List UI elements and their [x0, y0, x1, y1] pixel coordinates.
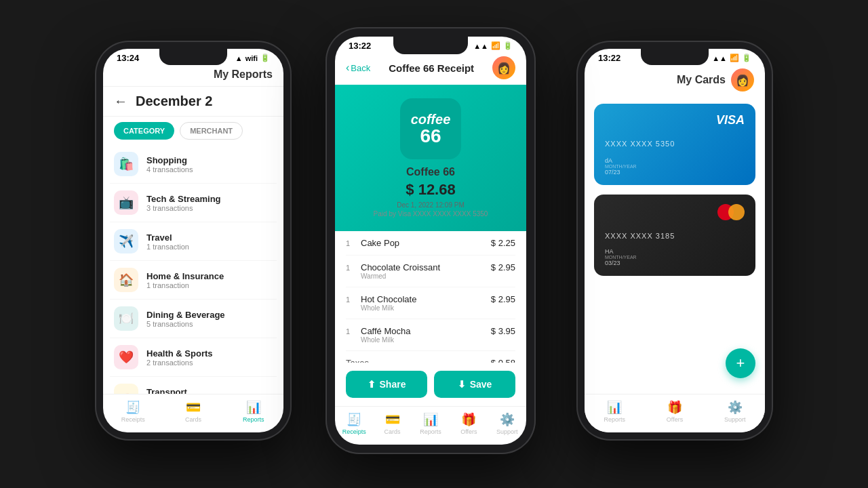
nav-reports[interactable]: 📊 Reports	[223, 400, 283, 423]
visa-card[interactable]: VISA XXXX XXXX 5350 dA MONTH/YEAR 07/23	[594, 104, 755, 185]
nav-receipts-center[interactable]: 🧾 Receipts	[335, 412, 373, 435]
share-icon: ⬆	[368, 379, 376, 390]
battery-icon: 🔋	[260, 54, 270, 62]
fab-add-button[interactable]: +	[726, 348, 755, 378]
center-bottom-nav: 🧾 Receipts 💳 Cards 📊 Reports 🎁 Offers	[335, 406, 526, 445]
mastercard-card[interactable]: XXXX XXXX 3185 HA MONTH/YEAR 03/23	[594, 195, 755, 276]
merchant-date: Dec 1, 2022 12:09 PM	[397, 201, 465, 209]
mc-details: HA MONTH/YEAR 03/23	[605, 248, 745, 266]
right-header-title: My Cards	[616, 74, 726, 86]
back-button[interactable]: ‹ Back	[346, 62, 370, 74]
left-tabs: CATEGORY MERCHANT	[103, 117, 283, 145]
left-status-icons: ▲ wifi 🔋	[235, 54, 270, 62]
mc-number: XXXX XXXX 3185	[605, 232, 745, 240]
item-name-2: Chocolate Croissant	[361, 262, 491, 272]
left-back-arrow[interactable]: ←	[114, 94, 127, 109]
right-avatar: 👩	[731, 68, 754, 92]
receipts-icon: 🧾	[125, 400, 140, 415]
left-header: My Reports	[103, 66, 283, 87]
nav-receipts[interactable]: 🧾 Receipts	[103, 400, 163, 423]
center-header: ‹ Back Coffee 66 Receipt 👩	[335, 54, 526, 85]
list-item[interactable]: 🍽️ Dining & Beverage 5 transactions	[110, 300, 277, 338]
reports-nav-icon: 📊	[423, 412, 438, 427]
offers-nav-icon: 🎁	[461, 412, 476, 427]
list-item[interactable]: 🏠 Home & Insurance 1 transaction	[110, 261, 277, 300]
receipt-qty-4: 1	[346, 327, 355, 336]
health-name: Health & Sports	[146, 348, 273, 359]
health-icon: ❤️	[114, 345, 138, 369]
nav-offers-center[interactable]: 🎁 Offers	[450, 412, 488, 435]
visa-number: XXXX XXXX 5350	[605, 140, 745, 148]
list-item[interactable]: 🛍️ Shopping 4 transactions	[110, 145, 277, 184]
mastercard-brand	[717, 204, 745, 220]
tech-info: Tech & Streaming 3 transactions	[146, 194, 273, 212]
receipt-qty-2: 1	[346, 264, 355, 272]
center-status-icons: ▲▲ 📶 🔋	[473, 41, 513, 50]
wifi-icon: 📶	[491, 41, 500, 50]
shopping-count: 4 transactions	[146, 165, 273, 174]
mc-holder: HA MONTH/YEAR 03/23	[605, 248, 637, 266]
travel-info: Travel 1 transaction	[146, 232, 273, 251]
save-button[interactable]: ⬇ Save	[434, 371, 515, 398]
share-button[interactable]: ⬆ Share	[346, 371, 427, 398]
dining-name: Dining & Beverage	[146, 310, 273, 320]
transport-icon: 🚗	[114, 384, 138, 394]
visa-brand: VISA	[716, 113, 745, 127]
taxes-amount: $ 0.58	[491, 358, 515, 363]
left-month-title: December 2	[136, 94, 212, 109]
item-note-3: Whole Milk	[361, 304, 491, 312]
nav-support-right[interactable]: ⚙️ Support	[705, 400, 765, 423]
tab-category[interactable]: CATEGORY	[114, 122, 174, 140]
item-price-4: $ 3.95	[491, 326, 515, 336]
item-note-2: Warmed	[361, 272, 491, 280]
list-item[interactable]: ✈️ Travel 1 transaction	[110, 222, 277, 261]
merchant-logo: coffee 66	[400, 98, 461, 159]
home-icon: 🏠	[114, 268, 138, 292]
center-screen: 13:22 ▲▲ 📶 🔋 ‹ Back Coffee 66 Receipt 👩	[335, 37, 526, 445]
list-item[interactable]: 📺 Tech & Streaming 3 transactions	[110, 184, 277, 222]
battery-icon: 🔋	[503, 41, 513, 50]
item-note-4: Whole Milk	[361, 336, 491, 344]
share-label: Share	[380, 379, 406, 390]
nav-offers-right[interactable]: 🎁 Offers	[645, 400, 705, 423]
merchant-logo-num: 66	[420, 127, 441, 146]
cards-icon: 💳	[186, 400, 201, 415]
nav-reports-center[interactable]: 📊 Reports	[412, 412, 450, 435]
shopping-icon: 🛍️	[114, 152, 138, 176]
receipts-nav-icon: 🧾	[347, 412, 361, 427]
battery-icon: 🔋	[742, 54, 751, 62]
right-notch	[641, 49, 709, 65]
support-nav-label: Support	[496, 428, 518, 435]
support-nav-icon: ⚙️	[500, 412, 515, 427]
cards-nav-label: Cards	[384, 428, 401, 435]
save-icon: ⬇	[458, 379, 466, 390]
nav-cards-center[interactable]: 💳 Cards	[373, 412, 411, 435]
left-header-title: My Reports	[134, 68, 273, 81]
merchant-amount: $ 12.68	[406, 181, 455, 199]
receipt-info-2: Chocolate Croissant Warmed	[361, 262, 491, 280]
home-name: Home & Insurance	[146, 271, 273, 281]
list-item[interactable]: ❤️ Health & Sports 2 transactions	[110, 338, 277, 377]
dining-info: Dining & Beverage 5 transactions	[146, 310, 273, 328]
tech-count: 3 transactions	[146, 204, 273, 212]
wifi-icon: wifi	[245, 54, 258, 62]
shopping-name: Shopping	[146, 155, 273, 165]
back-label: Back	[351, 63, 370, 73]
home-info: Home & Insurance 1 transaction	[146, 271, 273, 289]
nav-support-center[interactable]: ⚙️ Support	[488, 412, 526, 435]
support-right-icon: ⚙️	[728, 400, 743, 415]
receipt-info-3: Hot Chocolate Whole Milk	[361, 294, 491, 312]
receipt-qty-1: 1	[346, 239, 355, 247]
receipt-info-1: Cake Pop	[361, 238, 491, 248]
nav-cards[interactable]: 💳 Cards	[163, 400, 224, 423]
merchant-card: Paid by Visa XXXX XXXX XXXX 5350	[374, 210, 488, 218]
left-bottom-nav: 🧾 Receipts 💳 Cards 📊 Reports	[103, 394, 283, 432]
list-item[interactable]: 🚗 Transport 1 transaction	[110, 377, 277, 394]
signal-icon: ▲▲	[712, 54, 727, 62]
home-count: 1 transaction	[146, 281, 273, 289]
avatar: 👩	[492, 56, 515, 79]
tech-icon: 📺	[114, 190, 138, 215]
nav-reports-right[interactable]: 📊 Reports	[585, 400, 645, 423]
tab-merchant[interactable]: MERCHANT	[180, 122, 243, 140]
support-right-label: Support	[724, 416, 746, 423]
